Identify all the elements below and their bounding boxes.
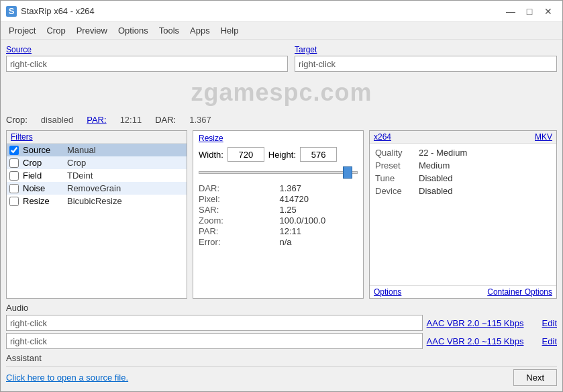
- audio-edit-2[interactable]: Edit: [542, 336, 557, 346]
- close-button[interactable]: ✕: [540, 4, 557, 19]
- zoom-stat-label: Zoom:: [199, 215, 277, 226]
- filter-row-resize[interactable]: Resize BicubicResize: [7, 195, 187, 207]
- filter-name-source: Source: [23, 145, 63, 155]
- sar-stat-value: 1.25: [280, 205, 358, 215]
- minimize-button[interactable]: —: [502, 4, 519, 19]
- target-input[interactable]: [295, 56, 557, 72]
- x264-options-link[interactable]: Options: [374, 287, 401, 297]
- menu-help[interactable]: Help: [215, 23, 244, 38]
- audio-input-1[interactable]: [6, 315, 423, 331]
- audio-meta-2[interactable]: AAC VBR 2.0 ~115 Kbps: [427, 336, 534, 346]
- menu-apps[interactable]: Apps: [185, 23, 215, 38]
- resize-stats: DAR: 1.367 Pixel: 414720 SAR: 1.25 Zoom:…: [199, 183, 358, 247]
- zoom-stat-value: 100.0/100.0: [280, 215, 358, 226]
- watermark-row: zgamespc.com: [6, 76, 557, 109]
- resize-slider[interactable]: [199, 166, 358, 179]
- menu-preview[interactable]: Preview: [71, 23, 113, 38]
- filter-name-field: Field: [23, 170, 63, 181]
- audio-section: Audio AAC VBR 2.0 ~115 Kbps Edit AAC VBR…: [6, 303, 557, 349]
- x264-row-preset: Preset Medium: [375, 159, 551, 172]
- filter-check-crop[interactable]: [9, 158, 19, 168]
- width-label: Width:: [199, 150, 223, 160]
- filter-value-noise: RemoveGrain: [67, 183, 121, 193]
- menu-tools[interactable]: Tools: [154, 23, 185, 38]
- app-icon: S: [6, 6, 17, 17]
- par-stat-value: 12:11: [280, 226, 358, 236]
- crop-value: disabled: [41, 115, 73, 125]
- x264-val-quality: 22 - Medium: [419, 148, 467, 158]
- resize-header[interactable]: Resize: [199, 134, 358, 143]
- dar-stat-value: 1.367: [280, 183, 358, 193]
- x264-panel: x264 MKV Quality 22 - Medium Preset Medi…: [369, 130, 557, 299]
- audio-row-2: AAC VBR 2.0 ~115 Kbps Edit: [6, 333, 557, 349]
- filter-row-noise[interactable]: Noise RemoveGrain: [7, 182, 187, 195]
- x264-container-options-link[interactable]: Container Options: [487, 287, 552, 297]
- error-stat-label: Error:: [199, 237, 277, 247]
- menu-options[interactable]: Options: [113, 23, 154, 38]
- next-button[interactable]: Next: [513, 369, 557, 386]
- x264-key-device: Device: [375, 186, 412, 196]
- title-bar-buttons: — □ ✕: [502, 4, 557, 19]
- filter-check-source[interactable]: [9, 146, 19, 155]
- x264-val-device: Disabled: [419, 186, 453, 196]
- resize-wh-row: Width: Height:: [199, 147, 358, 162]
- filter-value-crop: Crop: [67, 158, 86, 168]
- title-bar-text: StaxRip x64 - x264: [21, 6, 502, 16]
- panels-row: Filters Source Manual Crop Crop Field: [6, 130, 557, 299]
- assistant-divider: [6, 366, 557, 366]
- filters-header[interactable]: Filters: [7, 131, 187, 144]
- title-bar: S StaxRip x64 - x264 — □ ✕: [1, 1, 562, 22]
- filter-value-source: Manual: [67, 145, 96, 155]
- source-group: Source: [6, 45, 288, 72]
- maximize-button[interactable]: □: [521, 4, 538, 19]
- x264-content: Quality 22 - Medium Preset Medium Tune D…: [370, 144, 556, 285]
- menu-project[interactable]: Project: [3, 23, 41, 38]
- source-target-row: Source Target: [6, 45, 557, 72]
- audio-row-1: AAC VBR 2.0 ~115 Kbps Edit: [6, 315, 557, 331]
- source-label[interactable]: Source: [6, 45, 288, 54]
- menu-crop[interactable]: Crop: [41, 23, 70, 38]
- x264-footer: Options Container Options: [370, 285, 556, 298]
- source-input[interactable]: [6, 56, 288, 72]
- target-label[interactable]: Target: [295, 45, 557, 54]
- par-stat-label: PAR:: [199, 226, 277, 236]
- par-label[interactable]: PAR:: [87, 115, 106, 125]
- x264-row-quality: Quality 22 - Medium: [375, 146, 551, 159]
- filter-row-crop[interactable]: Crop Crop: [7, 156, 187, 169]
- audio-meta-1[interactable]: AAC VBR 2.0 ~115 Kbps: [427, 318, 534, 328]
- resize-panel: Resize Width: Height: DAR: 1.367 Pixel: …: [193, 130, 364, 299]
- pixel-stat-value: 414720: [280, 194, 358, 204]
- crop-info-row: Crop: disabled PAR: 12:11 DAR: 1.367: [6, 113, 557, 126]
- x264-header[interactable]: x264: [374, 132, 391, 142]
- filters-list: Source Manual Crop Crop Field TDeint: [7, 144, 187, 207]
- filter-check-resize[interactable]: [9, 197, 19, 206]
- crop-label: Crop:: [6, 115, 28, 125]
- x264-val-preset: Medium: [419, 160, 450, 170]
- filter-row-source[interactable]: Source Manual: [7, 144, 187, 156]
- filter-name-resize: Resize: [23, 196, 63, 206]
- height-input[interactable]: [300, 147, 337, 162]
- filter-check-noise[interactable]: [9, 184, 19, 193]
- assistant-link[interactable]: Click here to open a source file.: [6, 373, 128, 383]
- audio-edit-1[interactable]: Edit: [542, 318, 557, 328]
- x264-row-device: Device Disabled: [375, 185, 551, 197]
- error-stat-value: n/a: [280, 237, 358, 247]
- mkv-header[interactable]: MKV: [535, 132, 552, 142]
- audio-input-2[interactable]: [6, 333, 423, 349]
- slider-thumb[interactable]: [343, 166, 352, 179]
- par-value: 12:11: [120, 115, 142, 125]
- filter-check-field[interactable]: [9, 171, 19, 181]
- dar-value: 1.367: [189, 115, 211, 125]
- filter-value-resize: BicubicResize: [67, 196, 122, 206]
- main-content: Source Target zgamespc.com Crop: disable…: [1, 40, 562, 391]
- audio-section-label: Audio: [6, 303, 557, 313]
- assistant-section: Assistant Click here to open a source fi…: [6, 353, 557, 386]
- width-input[interactable]: [227, 147, 264, 162]
- assistant-bar: Click here to open a source file. Next: [6, 369, 557, 386]
- assistant-section-label: Assistant: [6, 353, 557, 363]
- x264-val-tune: Disabled: [419, 173, 453, 183]
- filter-name-noise: Noise: [23, 183, 63, 193]
- height-label: Height:: [268, 150, 296, 160]
- slider-track: [199, 171, 358, 174]
- filter-row-field[interactable]: Field TDeint: [7, 169, 187, 182]
